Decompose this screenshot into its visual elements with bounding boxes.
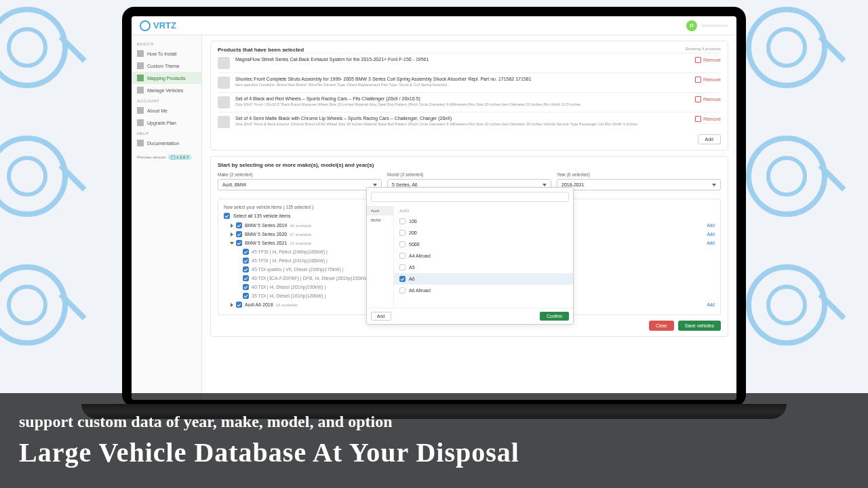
model-checkbox[interactable] [399, 218, 406, 224]
expand-icon[interactable] [231, 224, 233, 228]
sidebar-item-theme[interactable]: Custom Theme [132, 60, 201, 72]
variant-checkbox[interactable] [243, 266, 249, 272]
logo-icon [140, 20, 151, 31]
product-description: Size 20x9" Front / 20x10.5" Back Brand M… [235, 102, 690, 107]
main-content: Products that have been selected Showing… [202, 35, 736, 400]
model-dropdown-popover: AudiBMW AUDI 1002005000A4 AllroadA5A6A6 … [366, 187, 574, 325]
product-thumbnail [218, 116, 230, 128]
dropdown-add-button[interactable]: Add [371, 312, 391, 321]
group-checkbox[interactable] [236, 240, 242, 246]
dropdown-models-column: AUDI 1002005000A4 AllroadA5A6A6 Allroad [394, 206, 573, 308]
variant-checkbox[interactable] [243, 275, 249, 281]
model-checkbox[interactable] [399, 253, 406, 259]
product-title: MagnaFlow Street Series Cat-Back Exhaust… [235, 57, 690, 62]
product-row: MagnaFlow Street Series Cat-Back Exhaust… [218, 53, 721, 73]
product-title: Set of 4 Semi Matte Black with Chrome Li… [235, 116, 690, 121]
install-icon [137, 50, 144, 57]
dropdown-make-header: AUDI [394, 206, 573, 216]
make-select[interactable]: Audi, BMW [218, 179, 382, 190]
model-label: Model (2 selected) [387, 172, 551, 177]
model-checkbox[interactable] [399, 230, 406, 236]
sidebar: BASICS How To Install Custom Theme Mappi… [132, 35, 202, 400]
product-thumbnail [218, 57, 230, 69]
dropdown-model-item[interactable]: A6 Allroad [394, 285, 573, 296]
about-icon [137, 107, 144, 114]
add-link[interactable]: Add [707, 232, 715, 237]
expand-icon[interactable] [231, 232, 233, 237]
logo-text: VRTZ [153, 20, 176, 30]
year-label: Year (6 selected) [557, 172, 721, 177]
theme-icon [137, 62, 144, 69]
marketing-overlay: support custom data of year, make, model… [0, 393, 868, 488]
variant-checkbox[interactable] [243, 284, 249, 290]
year-select[interactable]: 2018-2021 [557, 179, 721, 190]
product-thumbnail [218, 96, 230, 108]
chevron-down-icon [542, 184, 547, 186]
dropdown-model-item[interactable]: 5000 [394, 239, 573, 250]
laptop-frame: VRTZ D BASICS How To Install Custom Them… [122, 7, 746, 407]
model-checkbox[interactable] [399, 276, 406, 282]
model-checkbox[interactable] [399, 241, 406, 247]
variant-checkbox[interactable] [243, 249, 249, 255]
group-checkbox[interactable] [236, 231, 242, 237]
model-search-input[interactable] [371, 192, 569, 202]
dropdown-model-item[interactable]: 100 [394, 216, 573, 227]
product-title: Set of 4 Black and Red Wheels – Sports R… [235, 96, 690, 102]
sidebar-item-manage[interactable]: Manage Vehicles [132, 84, 201, 96]
dropdown-model-item[interactable]: A6 [394, 273, 573, 285]
product-row: Set of 4 Semi Matte Black with Chrome Li… [218, 112, 721, 131]
sidebar-item-mapping[interactable]: Mapping Products [132, 72, 201, 84]
save-vehicles-button[interactable]: Save vehicles [678, 321, 721, 331]
product-row: Set of 4 Black and Red Wheels – Sports R… [218, 92, 721, 112]
sidebar-item-upgrade[interactable]: Upgrade Plan [132, 117, 201, 129]
sidebar-item-docs[interactable]: Documentation [132, 137, 201, 149]
dropdown-model-item[interactable]: A5 [394, 262, 573, 273]
sidebar-section-account: ACCOUNT [132, 96, 201, 104]
user-menu-placeholder [701, 24, 728, 27]
clear-button[interactable]: Clear [649, 321, 674, 331]
dropdown-makes-column: AudiBMW [367, 206, 394, 308]
product-title: Shoxtec Front Complete Struts Assembly f… [235, 77, 690, 82]
dropdown-confirm-button[interactable]: Confirm [540, 312, 569, 321]
selector-title: Start by selecting one or more make(s), … [218, 162, 721, 168]
user-avatar[interactable]: D [686, 20, 697, 31]
dropdown-model-item[interactable]: 200 [394, 227, 573, 239]
sidebar-section-help: HELP [132, 129, 201, 137]
remove-product-button[interactable]: Remove [695, 116, 721, 122]
app-logo[interactable]: VRTZ [140, 20, 176, 31]
product-row: Shoxtec Front Complete Struts Assembly f… [218, 73, 721, 92]
docs-icon [137, 140, 144, 146]
marketing-title: Large Vehicle Database At Your Disposal [19, 436, 849, 468]
variant-checkbox[interactable] [243, 258, 249, 264]
dropdown-make-item[interactable]: Audi [367, 206, 393, 216]
sidebar-item-install[interactable]: How To Install [132, 47, 201, 60]
model-checkbox[interactable] [399, 264, 406, 270]
product-description: Size 20x9" Front & Back Exterior Chrome … [235, 122, 690, 127]
dropdown-model-item[interactable]: A4 Allroad [394, 250, 573, 262]
expand-icon[interactable] [230, 242, 234, 245]
model-checkbox[interactable] [399, 287, 406, 293]
vehicle-tree: AudiBMW AUDI 1002005000A4 AllroadA5A6A6 … [218, 199, 721, 315]
add-link[interactable]: Add [707, 241, 715, 245]
sidebar-section-basics: BASICS [132, 39, 201, 47]
sidebar-item-about[interactable]: About Me [132, 104, 201, 117]
preview-version: Preview version: ◯ v 2.6.7 [132, 149, 201, 165]
manage-icon [137, 87, 144, 94]
select-all-checkbox[interactable] [224, 213, 230, 219]
remove-product-button[interactable]: Remove [695, 57, 721, 63]
chevron-down-icon [373, 184, 377, 186]
topbar: VRTZ D [132, 16, 736, 35]
add-link[interactable]: Add [707, 223, 715, 228]
remove-product-button[interactable]: Remove [695, 77, 721, 83]
group-checkbox[interactable] [236, 302, 242, 308]
dropdown-make-item[interactable]: BMW [367, 216, 393, 225]
upgrade-icon [137, 119, 144, 126]
add-link[interactable]: Add [707, 302, 715, 307]
version-pill: ◯ v 2.6.7 [168, 155, 192, 160]
group-checkbox[interactable] [236, 222, 242, 228]
add-product-button[interactable]: Add [698, 134, 721, 144]
remove-product-button[interactable]: Remove [695, 96, 721, 102]
expand-icon[interactable] [231, 303, 233, 307]
variant-checkbox[interactable] [243, 293, 249, 299]
product-description: Item specifics Condition: Brand New Bran… [235, 83, 690, 87]
